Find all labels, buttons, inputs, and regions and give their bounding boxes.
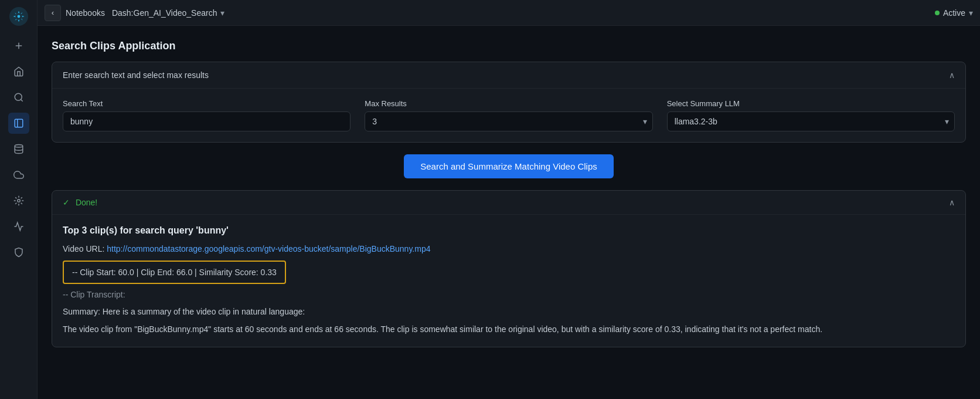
page-title: Search Clips Application bbox=[52, 40, 966, 52]
clip-info-box: -- Clip Start: 60.0 | Clip End: 66.0 | S… bbox=[63, 261, 286, 284]
sidebar-item-integrations[interactable] bbox=[8, 190, 29, 211]
notebook-chevron-icon[interactable]: ▾ bbox=[220, 8, 224, 18]
svg-point-8 bbox=[15, 145, 23, 148]
notebook-name: Dash:Gen_AI_Video_Search bbox=[112, 8, 217, 18]
svg-rect-6 bbox=[15, 119, 23, 127]
video-url-link[interactable]: http://commondatastorage.googleapis.com/… bbox=[107, 244, 430, 253]
results-status-label: Done! bbox=[76, 198, 97, 207]
results-collapse-icon[interactable]: ∧ bbox=[949, 198, 955, 207]
search-params-collapse-icon[interactable]: ∧ bbox=[949, 70, 955, 80]
sidebar-item-search[interactable] bbox=[8, 87, 29, 108]
results-body: Top 3 clip(s) for search query 'bunny' V… bbox=[52, 215, 965, 347]
results-header: ✓ Done! ∧ bbox=[52, 191, 965, 215]
search-params-card: Enter search text and select max results… bbox=[52, 62, 966, 143]
search-summarize-button[interactable]: Search and Summarize Matching Video Clip… bbox=[404, 154, 614, 178]
clip-info-text: -- Clip Start: 60.0 | Clip End: 66.0 | S… bbox=[72, 268, 277, 277]
status-label: Active bbox=[943, 8, 965, 18]
search-params-card-body: Search Text Max Results 1 2 3 4 5 bbox=[52, 89, 965, 142]
llm-label: Select Summary LLM bbox=[667, 99, 955, 108]
svg-line-5 bbox=[21, 99, 22, 101]
sidebar bbox=[0, 0, 38, 399]
sidebar-item-add[interactable] bbox=[8, 35, 29, 56]
svg-point-1 bbox=[17, 15, 20, 18]
video-url-row: Video URL: http://commondatastorage.goog… bbox=[63, 244, 955, 253]
clip-transcript-label: -- Clip Transcript: bbox=[63, 290, 955, 299]
search-params-card-header: Enter search text and select max results… bbox=[52, 62, 965, 89]
results-title: Top 3 clip(s) for search query 'bunny' bbox=[63, 225, 955, 236]
status-chevron-icon[interactable]: ▾ bbox=[969, 8, 973, 18]
llm-select[interactable]: llama3.2-3b llama3.1-8b mistral-7b bbox=[667, 111, 955, 131]
llm-select-wrapper: llama3.2-3b llama3.1-8b mistral-7b bbox=[667, 111, 955, 131]
search-button-wrapper: Search and Summarize Matching Video Clip… bbox=[52, 154, 966, 178]
check-icon: ✓ bbox=[63, 198, 70, 207]
breadcrumb: Notebooks Dash:Gen_AI_Video_Search ▾ bbox=[66, 8, 224, 18]
search-text-label: Search Text bbox=[63, 99, 351, 108]
svg-point-4 bbox=[15, 93, 22, 100]
main-content: ‹ Notebooks Dash:Gen_AI_Video_Search ▾ A… bbox=[38, 0, 980, 399]
search-params-header-label: Enter search text and select max results bbox=[63, 70, 209, 80]
summary-intro: Summary: Here is a summary of the video … bbox=[63, 305, 955, 318]
max-results-label: Max Results bbox=[365, 99, 652, 108]
llm-select-group: Select Summary LLM llama3.2-3b llama3.1-… bbox=[667, 99, 955, 131]
sidebar-item-notebooks[interactable] bbox=[8, 113, 29, 134]
video-url-prefix: Video URL: bbox=[63, 244, 107, 253]
sidebar-item-home[interactable] bbox=[8, 61, 29, 82]
search-text-input[interactable] bbox=[63, 111, 351, 131]
breadcrumb-notebooks: Notebooks bbox=[66, 8, 105, 18]
sidebar-item-activity[interactable] bbox=[8, 216, 29, 237]
summary-detail: The video clip from "BigBuckBunny.mp4" s… bbox=[63, 323, 955, 336]
topbar-right: Active ▾ bbox=[935, 8, 973, 18]
sidebar-item-database[interactable] bbox=[8, 138, 29, 160]
status-dot-icon bbox=[935, 11, 940, 15]
search-form-row: Search Text Max Results 1 2 3 4 5 bbox=[63, 99, 955, 131]
max-results-group: Max Results 1 2 3 4 5 bbox=[365, 99, 652, 131]
search-text-group: Search Text bbox=[63, 99, 351, 131]
max-results-select[interactable]: 1 2 3 4 5 bbox=[365, 111, 652, 131]
sidebar-item-cloud[interactable] bbox=[8, 164, 29, 185]
sidebar-item-security[interactable] bbox=[8, 242, 29, 263]
results-card: ✓ Done! ∧ Top 3 clip(s) for search query… bbox=[52, 190, 966, 347]
svg-point-9 bbox=[17, 200, 20, 202]
back-button[interactable]: ‹ bbox=[45, 5, 61, 21]
results-status: ✓ Done! bbox=[63, 198, 97, 207]
topbar: ‹ Notebooks Dash:Gen_AI_Video_Search ▾ A… bbox=[38, 0, 980, 26]
content-area: Search Clips Application Enter search te… bbox=[38, 26, 980, 399]
max-results-select-wrapper: 1 2 3 4 5 bbox=[365, 111, 652, 131]
snowflake-logo bbox=[9, 7, 28, 26]
